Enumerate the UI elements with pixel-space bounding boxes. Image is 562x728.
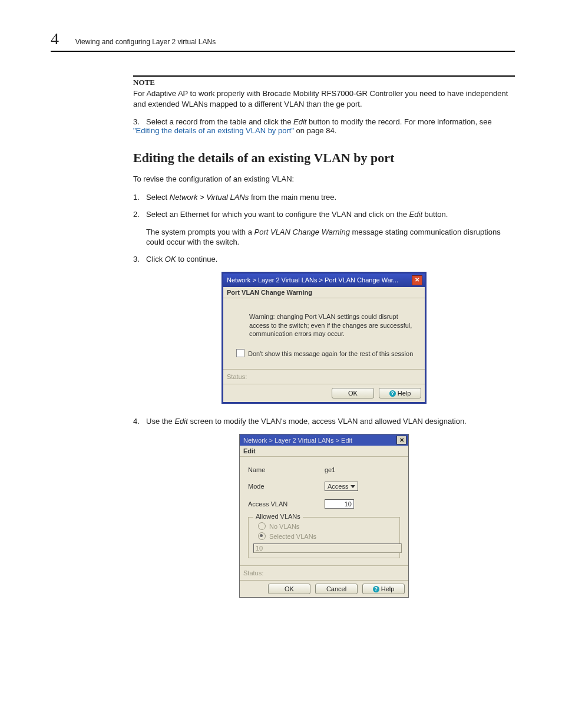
name-value: ge1 [325, 466, 335, 473]
step-number: 3. [133, 255, 146, 263]
mode-value: Access [328, 483, 348, 490]
step-number: 1. [133, 193, 146, 202]
page-header: 4 Viewing and configuring Layer 2 virtua… [51, 29, 515, 52]
allowed-vlans-legend: Allowed VLANs [253, 513, 303, 520]
name-row: Name ge1 [248, 466, 400, 473]
running-header: Viewing and configuring Layer 2 virtual … [75, 38, 216, 46]
ok-button[interactable]: OK [332, 388, 374, 398]
step-body: Select a record from the table and click… [133, 117, 492, 135]
warning-message: Warning: changing Port VLAN settings cou… [223, 298, 425, 350]
close-button[interactable]: ✕ [412, 275, 422, 285]
selected-vlans-radio[interactable] [258, 532, 266, 540]
no-vlans-radio[interactable] [258, 522, 266, 530]
dialog-titlebar: Network > Layer 2 Virtual LANs > Port VL… [223, 274, 425, 287]
mode-label: Mode [248, 483, 325, 490]
dialog-title: Network > Layer 2 Virtual LANs > Port VL… [227, 276, 412, 284]
help-button[interactable]: ? Help [362, 584, 405, 594]
dialog-button-row: OK ? Help [223, 384, 425, 402]
section-heading: Editing the details of an existing VLAN … [133, 150, 515, 166]
step-2: 2.Select an Ethernet for which you want … [133, 210, 515, 248]
close-icon: ✕ [399, 437, 404, 443]
close-button[interactable]: ✕ [396, 436, 406, 444]
step-2-follow: The system prompts you with a Port VLAN … [146, 227, 515, 248]
no-vlans-radio-row: No VLANs [253, 521, 395, 531]
selected-vlans-radio-row: Selected VLANs [253, 531, 395, 541]
step-number: 2. [133, 210, 146, 219]
pre-step-3: 3.Select a record from the table and cli… [133, 117, 515, 135]
port-vlan-warning-dialog: Network > Layer 2 Virtual LANs > Port VL… [222, 272, 427, 404]
chevron-down-icon [351, 485, 355, 488]
dialog-titlebar: Network > Layer 2 Virtual LANs > Edit ✕ [240, 434, 408, 446]
selected-vlans-label: Selected VLANs [269, 533, 316, 540]
access-vlan-input[interactable]: 10 [325, 499, 354, 509]
status-row: Status: [240, 565, 408, 580]
dialog-title: Network > Layer 2 Virtual LANs > Edit [243, 437, 396, 444]
help-icon: ? [373, 586, 379, 592]
step-number: 3. [133, 117, 146, 126]
help-icon: ? [389, 390, 396, 397]
step-number: 4. [133, 417, 146, 426]
allowed-vlans-group: Allowed VLANs No VLANs Selected VLANs 10 [248, 517, 400, 558]
vlan-edit-dialog: Network > Layer 2 Virtual LANs > Edit ✕ … [239, 434, 409, 598]
note-text: For Adaptive AP to work properly with Br… [133, 88, 515, 109]
help-button[interactable]: ? Help [379, 388, 421, 398]
close-icon: ✕ [415, 277, 419, 283]
ok-button[interactable]: OK [268, 584, 310, 594]
step-4: 4.Use the Edit screen to modify the VLAN… [133, 417, 515, 426]
note-label: NOTE [133, 78, 515, 87]
note-rule [133, 75, 515, 77]
chapter-number: 4 [51, 29, 59, 48]
step-1: 1.Select Network > Virtual LANs from the… [133, 193, 515, 202]
dialog-subtitle: Port VLAN Change Warning [223, 287, 425, 298]
step-3: 3.Click OK to continue. [133, 255, 515, 263]
dialog-subtitle: Edit [240, 446, 408, 457]
selected-vlans-input[interactable]: 10 [253, 543, 402, 553]
status-row: Status: [223, 369, 425, 384]
access-vlan-row: Access VLAN 10 [248, 499, 400, 509]
form-area: Name ge1 Mode Access Access VLAN 10 [240, 457, 408, 565]
figure-edit-dialog: Network > Layer 2 Virtual LANs > Edit ✕ … [133, 434, 515, 598]
content-column: NOTE For Adaptive AP to work properly wi… [133, 75, 515, 598]
access-vlan-label: Access VLAN [248, 500, 325, 508]
dont-show-again-label: Don't show this message again for the re… [248, 350, 413, 357]
no-vlans-label: No VLANs [269, 523, 299, 530]
mode-row: Mode Access [248, 482, 400, 491]
figure-warning-dialog: Network > Layer 2 Virtual LANs > Port VL… [133, 272, 515, 404]
cancel-button[interactable]: Cancel [315, 584, 358, 594]
xref-link[interactable]: "Editing the details of an existing VLAN… [133, 126, 294, 135]
mode-select[interactable]: Access [325, 482, 358, 491]
dialog-button-row: OK Cancel ? Help [240, 580, 408, 597]
intro-para: To revise the configuration of an existi… [133, 174, 515, 185]
document-page: 4 Viewing and configuring Layer 2 virtua… [0, 0, 562, 728]
dont-show-again-row: Don't show this message again for the re… [223, 349, 425, 369]
name-label: Name [248, 466, 325, 473]
dont-show-again-checkbox[interactable] [236, 349, 244, 357]
